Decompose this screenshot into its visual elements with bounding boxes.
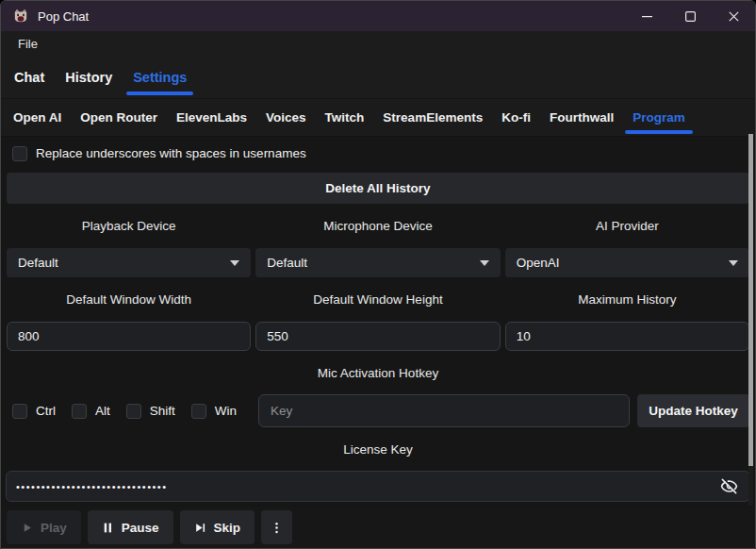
subtab-program[interactable]: Program	[623, 99, 695, 136]
chevron-down-icon	[480, 260, 489, 266]
alt-checkbox[interactable]	[72, 404, 87, 419]
default-window-height-input[interactable]	[255, 322, 500, 351]
license-key-label: License Key	[7, 441, 749, 458]
hotkey-key-input[interactable]	[258, 394, 630, 427]
window-title: Pop Chat	[38, 9, 89, 24]
maximum-history-label: Maximum History	[505, 291, 749, 308]
tab-history[interactable]: History	[55, 56, 123, 98]
subtab-elevenlabs[interactable]: ElevenLabs	[167, 99, 256, 136]
subtab-open-ai[interactable]: Open AI	[4, 99, 71, 136]
player-toolbar: Play Pause Skip	[1, 507, 755, 548]
pause-icon	[102, 522, 114, 534]
license-key-input[interactable]	[16, 481, 717, 492]
replace-underscores-label: Replace underscores with spaces in usern…	[36, 146, 306, 160]
app-logo-icon	[12, 8, 29, 25]
pause-button[interactable]: Pause	[88, 510, 173, 544]
settings-subtabs: Open AI Open Router ElevenLabs Voices Tw…	[1, 99, 755, 137]
shift-checkbox[interactable]	[126, 404, 141, 419]
program-settings-panel: Replace underscores with spaces in usern…	[1, 137, 755, 507]
replace-underscores-checkbox[interactable]	[12, 146, 27, 161]
active-subtab-indicator	[625, 130, 693, 134]
replace-underscores-row: Replace underscores with spaces in usern…	[7, 145, 749, 161]
default-window-width-label: Default Window Width	[7, 291, 251, 308]
delete-all-history-button[interactable]: Delete All History	[7, 173, 749, 204]
win-label: Win	[215, 404, 237, 418]
scrollbar-thumb[interactable]	[748, 134, 753, 466]
play-icon	[21, 522, 33, 534]
eye-slash-icon	[720, 477, 738, 495]
play-button[interactable]: Play	[7, 510, 81, 544]
subtab-ko-fi[interactable]: Ko-fi	[492, 99, 540, 136]
subtab-streamelements[interactable]: StreamElements	[373, 99, 492, 136]
ai-provider-label: AI Provider	[505, 218, 749, 235]
vertical-scrollbar[interactable]	[748, 134, 753, 506]
skip-icon	[194, 522, 206, 534]
tab-settings[interactable]: Settings	[123, 56, 197, 98]
playback-device-label: Playback Device	[7, 218, 251, 235]
default-window-width-input[interactable]	[7, 322, 251, 351]
microphone-device-label: Microphone Device	[255, 218, 500, 235]
license-key-field	[6, 471, 750, 502]
ctrl-label: Ctrl	[36, 404, 56, 418]
menu-item-file[interactable]: File	[18, 37, 38, 51]
active-tab-indicator	[126, 92, 193, 95]
subtab-voices[interactable]: Voices	[256, 99, 316, 136]
app-window: Pop Chat File Chat History Settings Open…	[0, 0, 756, 549]
shift-label: Shift	[150, 404, 175, 418]
playback-device-select[interactable]: Default	[7, 248, 251, 277]
win-checkbox[interactable]	[191, 404, 206, 419]
subtab-twitch[interactable]: Twitch	[316, 99, 374, 136]
menubar: File	[1, 31, 755, 56]
maximize-button[interactable]	[668, 1, 712, 31]
titlebar: Pop Chat	[1, 1, 755, 31]
chevron-down-icon	[230, 260, 239, 266]
ai-provider-select[interactable]: OpenAI	[505, 248, 749, 277]
microphone-device-select[interactable]: Default	[255, 248, 500, 277]
subtab-fourthwall[interactable]: Fourthwall	[540, 99, 623, 136]
main-tabs: Chat History Settings	[1, 56, 755, 99]
close-button[interactable]	[712, 1, 755, 31]
default-window-height-label: Default Window Height	[255, 291, 500, 308]
device-provider-row: Playback Device Default Microphone Devic…	[7, 204, 749, 277]
ctrl-checkbox[interactable]	[12, 404, 27, 419]
kebab-menu-icon	[270, 521, 284, 535]
mic-activation-hotkey-label: Mic Activation Hotkey	[7, 365, 749, 382]
update-hotkey-button[interactable]: Update Hotkey	[637, 394, 749, 427]
chevron-down-icon	[729, 260, 738, 266]
window-size-row: Default Window Width Default Window Heig…	[7, 277, 749, 351]
hotkey-row: Ctrl Alt Shift Win Update Hotkey	[7, 394, 749, 427]
toggle-license-visibility-button[interactable]	[717, 475, 740, 498]
skip-button[interactable]: Skip	[180, 510, 255, 544]
minimize-icon	[642, 11, 652, 22]
overflow-menu-button[interactable]	[261, 510, 292, 544]
alt-label: Alt	[95, 404, 110, 418]
tab-chat[interactable]: Chat	[4, 56, 55, 98]
minimize-button[interactable]	[625, 1, 668, 31]
maximum-history-input[interactable]	[505, 322, 749, 351]
maximize-icon	[685, 11, 696, 22]
close-icon	[729, 11, 739, 22]
subtab-open-router[interactable]: Open Router	[71, 99, 167, 136]
